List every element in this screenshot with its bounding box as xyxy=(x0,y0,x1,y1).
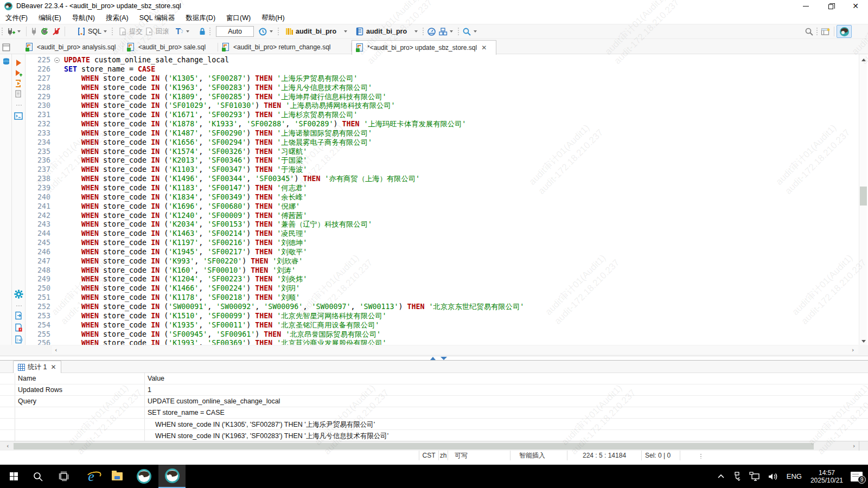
search-dropdown[interactable] xyxy=(474,30,477,33)
transaction-log-button[interactable] xyxy=(174,25,193,38)
sql-code-editor[interactable]: 225UPDATE custom_online_sale_change_loca… xyxy=(26,54,858,347)
editor-tab-3[interactable]: *<audit_bi_pro> update_sbz_store.sql✕ xyxy=(352,40,496,55)
start-button[interactable] xyxy=(2,465,25,488)
editor-horizontal-scrollbar[interactable]: ‹ › xyxy=(0,345,868,356)
panel-scroll-right-arrow[interactable]: › xyxy=(853,442,855,450)
quick-access-search-icon[interactable] xyxy=(803,25,815,38)
execute-statement-icon[interactable] xyxy=(14,59,23,67)
scroll-left-arrow[interactable]: ‹ xyxy=(55,346,57,354)
database-dropdown[interactable] xyxy=(414,30,418,33)
editor-tab-0[interactable]: <audit_bi_pro> analysis.sql xyxy=(22,40,123,54)
fold-column[interactable] xyxy=(50,56,64,65)
sql-editor-area: (w) 225UPDATE custom_online_sale_change_… xyxy=(0,54,868,347)
internet-explorer-icon[interactable]: e xyxy=(79,465,103,488)
database-selector[interactable]: audit_bi_pro xyxy=(355,25,421,38)
rollback-button[interactable]: 回滚 xyxy=(144,25,170,38)
grid-row[interactable]: SET store_name = CASE xyxy=(0,407,868,419)
code-text: WHEN store_code IN ('K1204', 'SF00223') … xyxy=(64,275,307,284)
sql-console-icon[interactable] xyxy=(14,112,23,120)
minimize-button[interactable] xyxy=(793,0,818,12)
panel-scroll-thumb[interactable] xyxy=(14,443,814,450)
code-line-240: 240 WHEN store_code IN ('K1834', 'SF0034… xyxy=(26,193,858,202)
panel-horizontal-scrollbar[interactable]: ‹ › xyxy=(0,441,868,451)
scroll-down-arrow[interactable] xyxy=(861,340,866,343)
tray-expand-chevron[interactable] xyxy=(717,472,725,481)
status-segment-1[interactable]: zh xyxy=(438,451,448,460)
status-segment-2[interactable]: 可写 xyxy=(448,451,510,460)
panel-sash[interactable] xyxy=(0,356,868,360)
settings-gear-icon[interactable] xyxy=(14,290,23,299)
new-connection-button[interactable] xyxy=(5,25,24,38)
explain-plan-icon[interactable] xyxy=(14,89,23,98)
editor-tab-2[interactable]: <audit_bi_pro> return_change.sql xyxy=(218,40,352,54)
usb-tray-icon[interactable] xyxy=(733,472,742,481)
lock-icon[interactable] xyxy=(197,25,208,38)
grid-row[interactable]: Updated Rows1 xyxy=(0,384,868,396)
database-navigator-icon[interactable] xyxy=(2,57,10,66)
editor-tab-1[interactable]: <audit_bi_pro> sale.sql xyxy=(123,40,218,54)
transaction-history-button[interactable] xyxy=(257,25,276,38)
panel-scroll-left-arrow[interactable]: ‹ xyxy=(7,442,9,450)
projects-dropdown[interactable] xyxy=(450,30,453,33)
menu-item-3[interactable]: 搜索(A) xyxy=(100,12,134,24)
menu-item-5[interactable]: 数据库(D) xyxy=(180,12,221,24)
dbeaver-taskbar-icon[interactable] xyxy=(131,465,156,488)
dbeaver-perspective-button[interactable] xyxy=(837,25,852,38)
sql-editor-button[interactable]: SQL xyxy=(76,25,110,38)
task-view-icon[interactable] xyxy=(52,465,75,488)
taskbar-search-icon[interactable] xyxy=(26,465,50,488)
collapse-icon[interactable] xyxy=(54,57,60,63)
status-segment-3[interactable]: 智能插入 xyxy=(510,451,567,460)
file-explorer-icon[interactable] xyxy=(105,465,129,488)
dbeaver-active-taskbar-icon[interactable] xyxy=(158,465,186,488)
schema-selector[interactable]: audit_bi_pro xyxy=(284,25,350,38)
open-perspective-icon[interactable] xyxy=(820,25,832,38)
menu-item-0[interactable]: 文件(F) xyxy=(0,12,33,24)
status-segment-5[interactable]: Sel: 0 | 0 xyxy=(641,451,680,460)
status-segment-0[interactable]: CST xyxy=(419,451,438,460)
variables-view-icon[interactable]: (w) xyxy=(14,335,23,344)
panel-tab-close-icon[interactable]: ✕ xyxy=(50,363,56,371)
volume-tray-icon[interactable] xyxy=(768,472,778,481)
clock-tray[interactable]: 14:57 2025/10/21 xyxy=(810,469,843,484)
menu-item-2[interactable]: 导航(N) xyxy=(67,12,100,24)
restore-panel-icon[interactable] xyxy=(1,43,12,52)
restore-button[interactable] xyxy=(818,0,843,12)
network-tray-icon[interactable] xyxy=(749,472,760,481)
history-dropdown[interactable] xyxy=(270,30,273,33)
minimized-view-bar xyxy=(0,54,12,347)
schema-dropdown[interactable] xyxy=(344,30,347,33)
menu-item-6[interactable]: 窗口(W) xyxy=(221,12,256,24)
statistics-tab[interactable]: 统计 1 ✕ xyxy=(13,361,61,373)
execute-script-icon[interactable] xyxy=(14,79,23,88)
sql-dropdown[interactable] xyxy=(104,30,107,33)
grid-row[interactable]: QueryUPDATE custom_online_sale_change_lo… xyxy=(0,396,868,407)
tab-close-icon[interactable]: ✕ xyxy=(481,44,487,52)
problems-view-icon[interactable] xyxy=(14,323,23,332)
reconnect-button[interactable] xyxy=(40,25,51,38)
dashboard-button[interactable] xyxy=(426,25,437,38)
scroll-up-arrow[interactable] xyxy=(861,59,866,61)
close-button[interactable]: ✕ xyxy=(843,0,868,12)
toolbar-search-button[interactable] xyxy=(461,25,480,38)
auto-commit-select[interactable]: Auto xyxy=(216,26,254,37)
commit-button[interactable]: 提交 xyxy=(117,25,144,38)
menu-item-4[interactable]: SQL 编辑器 xyxy=(134,12,181,24)
transaction-dropdown[interactable] xyxy=(186,30,189,33)
language-indicator[interactable]: ENG xyxy=(787,472,802,480)
new-connection-dropdown[interactable] xyxy=(17,30,21,33)
output-view-icon[interactable] xyxy=(14,311,23,320)
grid-row[interactable]: WHEN store_code IN ('K1963', 'SF00283') … xyxy=(0,430,868,441)
connect-button[interactable] xyxy=(29,25,40,38)
disconnect-button[interactable] xyxy=(51,25,62,38)
menu-item-1[interactable]: 编辑(E) xyxy=(33,12,67,24)
projects-button[interactable] xyxy=(437,25,456,38)
editor-vertical-scrollbar[interactable] xyxy=(859,54,867,347)
execute-new-tab-icon[interactable] xyxy=(14,69,23,78)
status-segment-4[interactable]: 224 : 5 : 14184 xyxy=(567,451,641,460)
grid-row[interactable]: WHEN store_code IN ('K1305', 'SF00287') … xyxy=(0,419,868,430)
notification-center-icon[interactable]: 9 xyxy=(851,472,863,481)
vertical-scroll-thumb[interactable] xyxy=(860,187,867,206)
scroll-right-arrow[interactable]: › xyxy=(852,346,854,354)
menu-item-7[interactable]: 帮助(H) xyxy=(256,12,290,24)
